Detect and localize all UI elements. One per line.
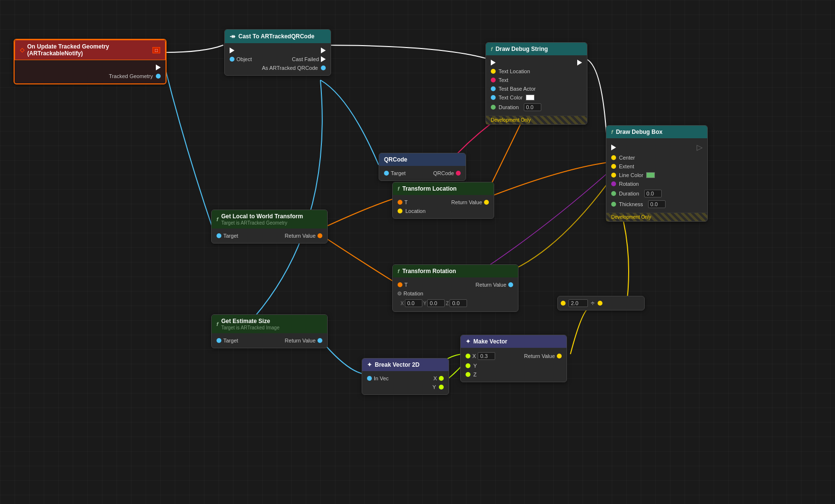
tl-t-row: T Return Value — [393, 198, 494, 207]
glw-return-label: Return Value — [285, 233, 316, 239]
dds-text-location: Text Location — [486, 67, 587, 76]
transform-rotation-header: f Transform Rotation — [393, 265, 518, 277]
text-pin — [491, 78, 496, 82]
event-exec-out — [15, 63, 166, 72]
duration-pin — [491, 105, 496, 110]
transform-location-node: f Transform Location T Return Value Loca… — [392, 182, 494, 219]
mv-y-pin — [466, 363, 470, 368]
break-vector-2d-node: ✦ Break Vector 2D In Vec X Y — [362, 358, 449, 395]
rotation-pin — [611, 181, 616, 186]
tr-x-input[interactable] — [405, 299, 422, 307]
f-icon-ges: f — [217, 321, 218, 327]
line-color-swatch[interactable] — [646, 172, 655, 178]
dds-text-color: Text Color — [486, 93, 587, 102]
text-location-label: Text Location — [499, 68, 530, 74]
dds-exec-out — [577, 60, 582, 65]
ddb-rotation: Rotation — [606, 179, 707, 188]
as-ar-row: As ARTracked QRCode — [225, 64, 331, 72]
tr-t-row: T Return Value — [393, 280, 518, 289]
transform-rotation-title: Transform Rotation — [402, 268, 456, 275]
bv2-invec-row: In Vec X — [362, 374, 449, 383]
qrcode-target-pin — [384, 171, 389, 176]
break-vector-2d-header: ✦ Break Vector 2D — [362, 358, 449, 371]
transform-rotation-body: T Return Value Rotation X Y Z — [393, 277, 518, 311]
as-ar-label: As ARTracked QRCode — [262, 65, 318, 71]
extent-label: Extent — [619, 163, 634, 169]
f-icon-box: f — [611, 129, 613, 135]
bv2-x-pin — [439, 376, 444, 381]
text-color-label: Text Color — [499, 95, 523, 100]
center-label: Center — [619, 155, 635, 161]
tr-rotation-label: Rotation — [403, 291, 423, 296]
bv2-invec-pin — [367, 376, 372, 381]
cast-failed-label: Cast Failed — [292, 56, 319, 62]
tl-location-label: Location — [405, 208, 426, 214]
cast-object-row: Object Cast Failed — [225, 55, 331, 64]
ddb-extent: Extent — [606, 162, 707, 171]
qrcode-out-pin — [456, 171, 461, 176]
text-color-swatch[interactable] — [526, 95, 534, 100]
ges-subtitle: Target is ARTracked Image — [221, 325, 280, 330]
div-value-input[interactable] — [568, 299, 588, 307]
cast-failed-pin — [321, 56, 326, 62]
ddb-duration-pin — [611, 191, 616, 196]
tr-y-label: Y — [423, 301, 427, 306]
object-label: Object — [236, 56, 252, 62]
get-local-world-node: f Get Local to World Transform Target is… — [211, 210, 328, 244]
f-icon: f — [491, 46, 493, 52]
text-location-pin — [491, 69, 496, 74]
duration-input[interactable] — [524, 103, 541, 111]
draw-debug-box-title: Draw Debug Box — [616, 129, 663, 135]
bv2-x-label: X — [434, 375, 437, 381]
div-right-out — [598, 301, 602, 306]
ddb-right-arrow: ▷ — [697, 143, 702, 152]
tl-t-label: T — [404, 199, 408, 205]
draw-debug-string-node: f Draw Debug String Text Location Text T… — [485, 42, 587, 125]
mv-z-row: Z — [461, 370, 567, 379]
divide-node: ÷ — [557, 296, 645, 310]
mv-x-input[interactable] — [478, 352, 495, 360]
divide-row: ÷ — [561, 299, 641, 307]
cast-exec-row — [225, 46, 331, 55]
tracked-geometry-pin — [156, 74, 161, 79]
cast-header: ↠ Cast To ARTrackedQRCode — [225, 30, 331, 43]
ddb-center: Center — [606, 153, 707, 162]
tr-return-label: Return Value — [476, 282, 506, 288]
cast-title: Cast To ARTrackedQRCode — [238, 33, 315, 40]
tr-return-pin — [508, 282, 513, 287]
ddb-exec-in — [611, 145, 616, 150]
draw-debug-string-body: Text Location Text Test Base Actor Text … — [486, 55, 587, 115]
mv-return-pin — [557, 354, 562, 358]
ddb-line-color: Line Color — [606, 171, 707, 179]
event-node: ◇ On Update Tracked Geometry (ARTrackabl… — [14, 39, 167, 84]
f-icon-tl: f — [398, 186, 400, 192]
qrcode-body: Target QRCode — [379, 166, 466, 180]
ges-row: Target Return Value — [212, 336, 327, 345]
tr-x-label: X — [401, 301, 404, 306]
get-estimate-size-node: f Get Estimate Size Target is ARTracked … — [211, 314, 328, 348]
tr-rotation-row: Rotation — [393, 289, 518, 298]
tr-y-input[interactable] — [427, 299, 445, 307]
bv2-invec-label: In Vec — [374, 375, 389, 381]
dds-duration: Duration — [486, 102, 587, 113]
bv2-y-label: Y — [433, 384, 436, 390]
div-symbol: ÷ — [591, 299, 595, 307]
make-vector-header: ✦ Make Vector — [461, 335, 567, 348]
mv-z-label: Z — [473, 372, 477, 377]
ges-target-label: Target — [223, 338, 238, 343]
tr-z-input[interactable] — [450, 299, 467, 307]
get-local-world-body: Target Return Value — [212, 228, 327, 243]
mv-y-row: Y — [461, 361, 567, 370]
tl-location-pin — [398, 209, 402, 213]
f-icon-tr: f — [398, 268, 400, 274]
mv-return-label: Return Value — [524, 353, 555, 359]
divide-body: ÷ — [558, 296, 644, 310]
qrcode-title: QRCode — [384, 156, 407, 163]
thickness-input[interactable] — [648, 200, 666, 208]
rotation-label: Rotation — [619, 181, 639, 187]
transform-location-body: T Return Value Location — [393, 195, 494, 218]
tl-return-label: Return Value — [451, 199, 482, 205]
dds-text: Text — [486, 76, 587, 84]
ddb-duration-input[interactable] — [644, 190, 662, 197]
cast-body: Object Cast Failed As ARTracked QRCode — [225, 43, 331, 75]
